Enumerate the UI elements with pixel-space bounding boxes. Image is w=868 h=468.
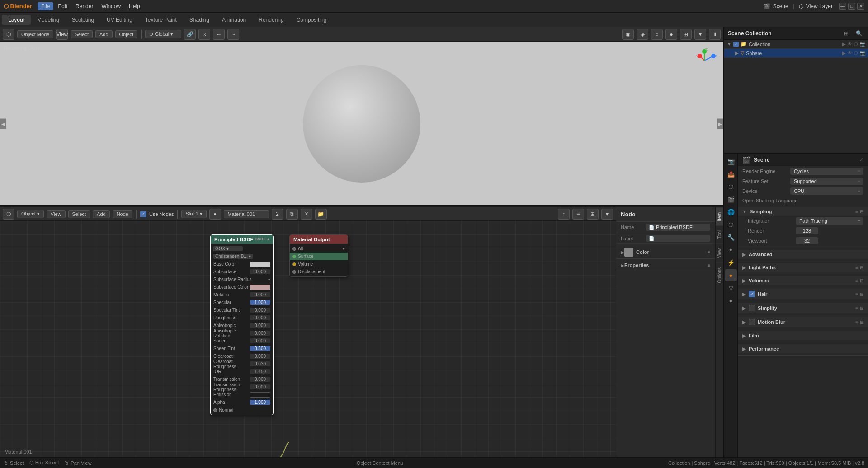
collection-camera-icon[interactable]: 📷 — [860, 42, 865, 47]
metallic-value[interactable]: 0.000 — [250, 292, 270, 297]
props-icon-scene[interactable]: 🎬 — [725, 193, 737, 205]
performance-header[interactable]: ▶ Performance — [738, 344, 868, 353]
side-tab-tool[interactable]: Tool — [716, 225, 723, 243]
close-button[interactable]: ✕ — [857, 3, 864, 10]
node-mode-icon[interactable]: ⬡ — [3, 209, 14, 220]
device-value[interactable]: CPU ▾ — [790, 187, 863, 195]
node-sort-button[interactable]: ≡ — [572, 209, 584, 220]
tab-sculpting[interactable]: Sculpting — [66, 15, 100, 25]
wave-button[interactable]: ~ — [227, 29, 239, 40]
sheen-value[interactable]: 0.000 — [250, 338, 270, 343]
anisotropicrot-value[interactable]: 0.000 — [250, 331, 270, 336]
tab-modeling[interactable]: Modeling — [31, 15, 66, 25]
render-engine-value[interactable]: Cycles ▾ — [790, 168, 863, 175]
sphere-render-icon[interactable]: ▶ — [842, 51, 846, 56]
alpha-value[interactable]: 1.000 — [250, 400, 270, 405]
view-layer-label[interactable]: View Layer — [806, 3, 833, 9]
node-label-value[interactable]: 📄 — [646, 235, 710, 242]
props-icon-modifier[interactable]: 🔧 — [725, 231, 737, 243]
maximize-button[interactable]: ⤢ — [859, 157, 863, 163]
lightpaths-header[interactable]: ▶ Light Paths ≡ ⊞ — [738, 263, 868, 272]
scene-label[interactable]: Scene — [773, 3, 788, 9]
menu-file[interactable]: File — [38, 2, 53, 10]
viewport-shading-4[interactable]: ● — [665, 29, 677, 40]
viewport-value[interactable]: 32 — [796, 237, 818, 244]
use-nodes-checkbox[interactable]: ✓ — [140, 211, 146, 217]
sphere-select-icon[interactable]: ⬡ — [854, 51, 858, 56]
minimize-button[interactable]: — — [839, 3, 846, 10]
material-selector[interactable]: Material.001 — [224, 210, 269, 218]
viewport-mode-icon[interactable]: ⬡ — [3, 29, 14, 40]
node-view-button[interactable]: View — [47, 210, 66, 218]
node-view-toggle[interactable]: ⊞ — [587, 209, 599, 220]
props-icon-output[interactable]: 📤 — [725, 168, 737, 180]
pause-button[interactable]: ⏸ — [709, 29, 721, 40]
outliner-sphere[interactable]: ▶ ▽ Sphere ▶ 👁 ⬡ 📷 — [724, 49, 868, 58]
viewport-shading-5[interactable]: ⊞ — [680, 29, 692, 40]
hair-checkbox[interactable]: ✓ — [749, 291, 755, 297]
viewport-shading-2[interactable]: ◈ — [637, 29, 648, 40]
props-icon-particle[interactable]: ✦ — [725, 244, 737, 256]
roughness-value[interactable]: 0.000 — [250, 315, 270, 320]
props-icon-material[interactable]: ● — [725, 295, 737, 306]
tab-animation[interactable]: Animation — [216, 15, 252, 25]
menu-window[interactable]: Window — [98, 2, 124, 10]
props-icon-object[interactable]: ⬡ — [725, 219, 737, 230]
node-add-button[interactable]: Add — [93, 210, 110, 218]
props-icon-render[interactable]: 📷 — [725, 155, 737, 167]
outliner-filter-icon[interactable]: ⊞ — [841, 28, 852, 39]
side-tab-item[interactable]: Item — [716, 207, 723, 225]
simplify-checkbox[interactable] — [749, 305, 755, 311]
ggx-select[interactable]: GGX ▾ — [213, 246, 243, 251]
collection-render-icon[interactable]: ▶ — [842, 42, 846, 47]
viewport-canvas[interactable]: Rendering Done X Y Z — [0, 42, 723, 206]
collection-eye-icon[interactable]: 👁 — [848, 42, 852, 47]
node-up-button[interactable]: ↑ — [558, 209, 570, 220]
menu-render[interactable]: Render — [72, 2, 97, 10]
clearcoatroughness-value[interactable]: 0.030 — [250, 361, 270, 366]
node-object-button[interactable]: Object ▾ — [17, 210, 44, 218]
node-dropdown[interactable]: ▾ — [601, 209, 613, 220]
emission-swatch[interactable] — [250, 392, 270, 398]
motionblur-checkbox[interactable] — [749, 319, 755, 325]
menu-edit[interactable]: Edit — [54, 2, 71, 10]
speculartint-value[interactable]: 0.000 — [250, 308, 270, 313]
viewport-shading-3[interactable]: ○ — [651, 29, 663, 40]
transmission-value[interactable]: 0.000 — [250, 377, 270, 382]
nav-arrow-right[interactable]: ▶ — [717, 118, 723, 129]
props-icon-view-layer[interactable]: ⬡ — [725, 181, 737, 192]
add-button[interactable]: Add — [95, 30, 113, 38]
node-canvas[interactable]: Principled BSDF BSDF ● GGX ▾ Christensen… — [0, 221, 616, 457]
nav-arrow-left[interactable]: ◀ — [0, 118, 6, 129]
node-name-value[interactable]: 📄 Principled BSDF — [646, 224, 710, 231]
view-button[interactable]: View — [56, 29, 68, 40]
node-node-button[interactable]: Node — [113, 210, 132, 218]
tab-texture-paint[interactable]: Texture Paint — [139, 15, 183, 25]
pivot-button[interactable]: ⊕ Global ▾ — [145, 30, 181, 38]
side-tab-options[interactable]: Options — [716, 262, 723, 287]
select-button[interactable]: Select — [71, 30, 93, 38]
object-button[interactable]: Object — [115, 30, 138, 38]
props-icon-data[interactable]: ▽ — [725, 282, 737, 294]
node-select-button[interactable]: Select — [68, 210, 90, 218]
bsdf-node[interactable]: Principled BSDF BSDF ● GGX ▾ Christensen… — [210, 234, 274, 415]
properties-section-header[interactable]: ▶ Properties ≡ — [621, 262, 710, 269]
specular-value[interactable]: 1.000 — [250, 300, 270, 305]
props-icon-constraint[interactable]: ● — [725, 269, 737, 281]
collection-visibility-checkbox[interactable]: ✓ — [733, 42, 739, 47]
motionblur-header[interactable]: ▶ Motion Blur ≡ ⊞ — [738, 317, 868, 327]
mat-new[interactable]: ⧉ — [286, 209, 298, 220]
color-section-header[interactable]: ▶ Color ≡ — [621, 247, 710, 257]
transform-button[interactable]: ↔ — [213, 29, 225, 40]
props-icon-world[interactable]: 🌐 — [725, 206, 737, 218]
sampling-header[interactable]: ▼ Sampling ≡ ⊞ — [738, 207, 868, 216]
christensen-select[interactable]: Christensen-B... ▾ — [213, 254, 253, 259]
anisotropic-value[interactable]: 0.000 — [250, 323, 270, 328]
feature-set-value[interactable]: Supported ▾ — [790, 178, 863, 185]
transmissionroughness-value[interactable]: 0.000 — [250, 384, 270, 389]
hair-header[interactable]: ▶ ✓ Hair ≡ ⊞ — [738, 289, 868, 299]
subsurface-value[interactable]: 0.000 — [250, 269, 270, 274]
viewport-shading-1[interactable]: ◉ — [622, 29, 634, 40]
integrator-value[interactable]: Path Tracing ▾ — [796, 217, 863, 225]
tab-rendering[interactable]: Rendering — [252, 15, 290, 25]
